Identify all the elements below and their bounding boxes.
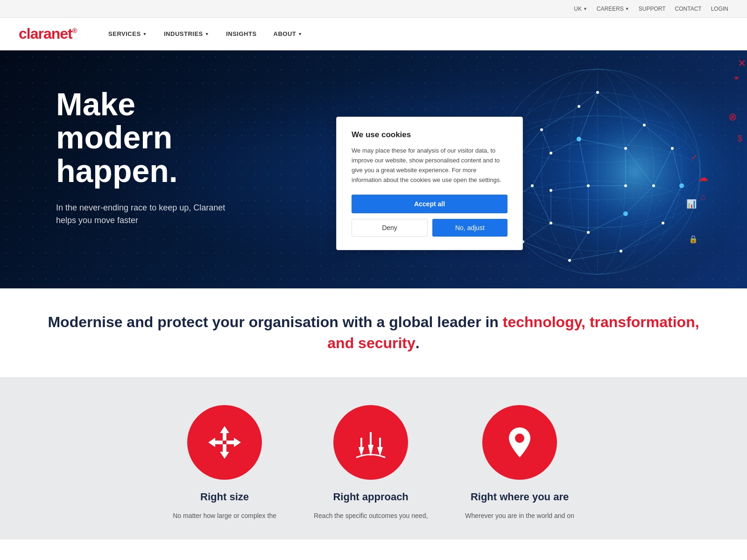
- svg-point-94: [515, 434, 524, 443]
- svg-point-50: [568, 259, 571, 262]
- nav-services[interactable]: SERVICES ▼: [100, 18, 155, 50]
- svg-text:⚭: ⚭: [733, 73, 740, 83]
- top-bar: UK ▼ CAREERS ▼ SUPPORT CONTACT LOGIN: [0, 0, 747, 18]
- cookie-bottom-row: Deny No, adjust: [352, 219, 507, 237]
- svg-text:$: $: [738, 134, 742, 143]
- deny-button[interactable]: Deny: [352, 219, 428, 237]
- industries-arrow: ▼: [205, 32, 209, 36]
- svg-text:✓: ✓: [691, 153, 698, 162]
- svg-point-61: [550, 222, 552, 224]
- hero-subtitle: In the never-ending race to keep up, Cla…: [56, 202, 233, 227]
- svg-point-46: [671, 147, 674, 150]
- about-arrow: ▼: [298, 32, 302, 36]
- svg-point-63: [550, 152, 552, 154]
- tagline-section: Modernise and protect your organisation …: [0, 288, 747, 377]
- svg-point-54: [540, 128, 543, 131]
- right-size-title: Right size: [200, 491, 249, 503]
- logo[interactable]: claranet®: [19, 25, 77, 42]
- svg-marker-92: [368, 432, 374, 456]
- svg-point-49: [620, 250, 622, 252]
- main-nav: claranet® SERVICES ▼ INDUSTRIES ▼ INSIGH…: [0, 18, 747, 50]
- svg-point-64: [587, 184, 590, 187]
- tagline-suffix: .: [416, 335, 420, 351]
- cookie-banner: We use cookies We may place these for an…: [336, 117, 523, 250]
- login-link[interactable]: LOGIN: [711, 6, 728, 12]
- right-where-icon-circle: [482, 405, 557, 480]
- features-section: Right size No matter how large or comple…: [0, 377, 747, 539]
- svg-point-55: [578, 105, 580, 108]
- hero-section: ⊗ △ $ ⚭ R$ ☁ 📊 ⊕ 🔒 ✓ ✕ 🔒 € ⌂: [0, 50, 747, 288]
- svg-marker-88: [220, 444, 229, 459]
- nav-insights[interactable]: INSIGHTS: [218, 18, 265, 50]
- cookie-title: We use cookies: [352, 130, 507, 140]
- right-approach-icon-circle: [333, 405, 408, 480]
- svg-point-58: [652, 184, 655, 187]
- right-where-desc: Wherever you are in the world and on: [465, 511, 574, 521]
- svg-point-67: [679, 183, 684, 188]
- svg-marker-89: [208, 438, 223, 447]
- right-size-icon-circle: [187, 405, 262, 480]
- nav-about[interactable]: ABOUT ▼: [265, 18, 311, 50]
- feature-right-approach: Right approach Reach the specific outcom…: [314, 405, 428, 521]
- right-size-desc: No matter how large or complex the: [173, 511, 276, 521]
- svg-text:📊: 📊: [686, 199, 697, 209]
- services-arrow: ▼: [143, 32, 147, 36]
- svg-point-60: [587, 231, 590, 234]
- svg-marker-93: [377, 438, 383, 456]
- right-where-title: Right where you are: [471, 491, 569, 503]
- svg-point-48: [662, 222, 664, 224]
- svg-marker-91: [359, 438, 364, 456]
- feature-right-where: Right where you are Wherever you are in …: [465, 405, 574, 521]
- nav-links: SERVICES ▼ INDUSTRIES ▼ INSIGHTS ABOUT ▼: [100, 18, 311, 50]
- svg-point-65: [624, 184, 627, 187]
- svg-text:☁: ☁: [698, 172, 708, 183]
- contact-link[interactable]: CONTACT: [675, 6, 702, 12]
- svg-point-44: [596, 91, 599, 94]
- svg-point-57: [624, 147, 627, 150]
- right-approach-title: Right approach: [333, 491, 408, 503]
- region-dropdown-arrow: ▼: [583, 7, 587, 11]
- svg-text:⊗: ⊗: [728, 111, 737, 123]
- svg-marker-90: [226, 438, 241, 447]
- feature-right-size: Right size No matter how large or comple…: [173, 405, 276, 521]
- careers-dropdown-arrow: ▼: [625, 7, 629, 11]
- hero-title: Make modern happen.: [56, 88, 243, 188]
- svg-text:🔒: 🔒: [689, 235, 698, 244]
- tagline-text: Modernise and protect your organisation …: [47, 312, 700, 354]
- svg-point-66: [550, 189, 552, 192]
- logo-text: claranet®: [19, 25, 77, 42]
- accept-all-button[interactable]: Accept all: [352, 195, 507, 213]
- region-selector[interactable]: UK: [574, 6, 582, 12]
- svg-text:✕: ✕: [738, 57, 746, 69]
- svg-point-45: [643, 124, 646, 126]
- svg-point-69: [623, 211, 628, 216]
- nav-industries[interactable]: INDUSTRIES ▼: [155, 18, 218, 50]
- cookie-text: We may place these for analysis of our v…: [352, 146, 507, 185]
- svg-marker-87: [220, 426, 229, 441]
- svg-point-62: [531, 184, 534, 187]
- support-link[interactable]: SUPPORT: [639, 6, 666, 12]
- right-approach-desc: Reach the specific outcomes you need,: [314, 511, 428, 521]
- svg-text:⌂: ⌂: [700, 192, 705, 202]
- tagline-prefix: Modernise and protect your organisation …: [48, 314, 502, 330]
- svg-point-68: [577, 137, 581, 141]
- adjust-button[interactable]: No, adjust: [432, 219, 507, 237]
- hero-content: Make modern happen. In the never-ending …: [0, 50, 280, 227]
- careers-link[interactable]: CAREERS: [597, 6, 624, 12]
- logo-registered: ®: [72, 27, 77, 35]
